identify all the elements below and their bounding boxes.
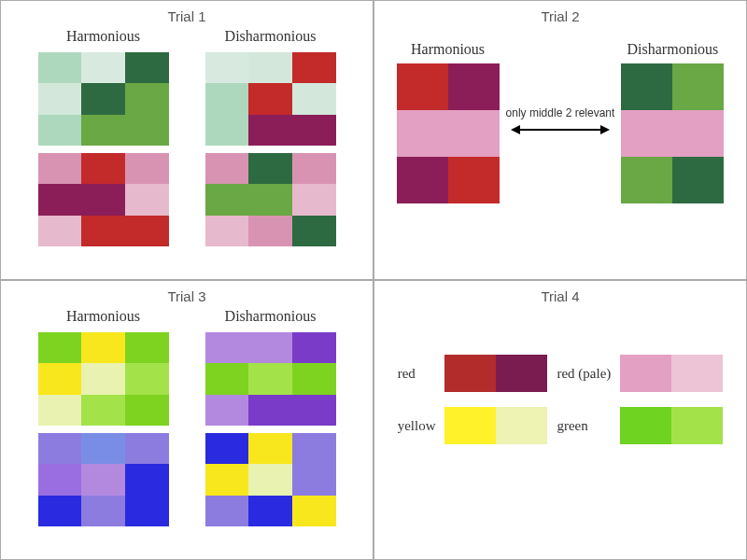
swatch-cell bbox=[292, 83, 336, 114]
trial-1-grid-top-d bbox=[205, 52, 336, 146]
swatch-cell bbox=[292, 332, 336, 363]
swatch-cell bbox=[620, 355, 671, 392]
swatch-cell bbox=[125, 83, 169, 114]
swatch-cell bbox=[292, 433, 336, 464]
trial-2-label-d: Disharmonious bbox=[621, 41, 724, 58]
trial-1-label-h: Harmonious bbox=[66, 28, 140, 45]
swatch-cell bbox=[125, 363, 169, 394]
swatch-cell bbox=[621, 110, 672, 157]
swatch-cell bbox=[205, 433, 249, 464]
trial-1-label-d: Disharmonious bbox=[225, 28, 317, 45]
swatch-cell bbox=[125, 332, 169, 363]
swatch-cell bbox=[81, 332, 125, 363]
swatch-cell bbox=[444, 407, 496, 444]
swatch-cell bbox=[125, 496, 169, 526]
swatch-cell bbox=[38, 433, 82, 464]
trial-3-grid-top-d bbox=[205, 332, 336, 426]
t4-pair-2 bbox=[444, 407, 547, 444]
swatch-cell bbox=[448, 63, 500, 110]
swatch-cell bbox=[205, 395, 249, 426]
swatch-cell bbox=[125, 52, 169, 83]
swatch-cell bbox=[38, 52, 82, 83]
swatch-cell bbox=[496, 407, 547, 444]
trial-1-content: Harmonious Disharmonious bbox=[1, 28, 373, 256]
swatch-cell bbox=[205, 52, 249, 83]
swatch-cell bbox=[496, 355, 547, 392]
swatch-cell bbox=[672, 63, 724, 110]
trial-3-grid-bot-d bbox=[205, 433, 336, 526]
swatch-cell bbox=[38, 395, 82, 426]
swatch-cell bbox=[81, 363, 125, 394]
swatch-cell bbox=[397, 110, 448, 157]
trial-2-title: Trial 2 bbox=[374, 8, 746, 24]
swatch-cell bbox=[248, 395, 292, 426]
trial-3-label-h: Harmonious bbox=[66, 308, 140, 325]
swatch-cell bbox=[397, 63, 448, 110]
swatch-cell bbox=[205, 83, 249, 114]
t4-label-0: red bbox=[398, 366, 436, 382]
t4-pair-3 bbox=[620, 407, 723, 444]
t4-label-3: green bbox=[557, 418, 611, 434]
swatch-cell bbox=[125, 433, 169, 464]
trial-3-label-d: Disharmonious bbox=[225, 308, 317, 325]
swatch-cell bbox=[248, 433, 292, 464]
swatch-cell bbox=[248, 363, 292, 394]
swatch-cell bbox=[205, 216, 249, 246]
trial-2-mid: only middle 2 relevant bbox=[506, 106, 615, 138]
trial-3-grid-top-h bbox=[38, 332, 169, 426]
swatch-cell bbox=[248, 332, 292, 363]
trial-4-panel: Trial 4 red red (pale) yellow green bbox=[374, 280, 747, 560]
swatch-cell bbox=[205, 332, 249, 363]
swatch-cell bbox=[205, 363, 249, 394]
swatch-cell bbox=[292, 395, 336, 426]
swatch-cell bbox=[81, 115, 125, 146]
svg-marker-2 bbox=[600, 125, 610, 134]
trial-3-title: Trial 3 bbox=[1, 288, 373, 304]
swatch-cell bbox=[81, 216, 125, 246]
swatch-cell bbox=[81, 83, 125, 114]
swatch-cell bbox=[125, 153, 169, 184]
swatch-cell bbox=[621, 157, 672, 203]
swatch-cell bbox=[248, 184, 292, 215]
trial-1-grid-top-h bbox=[38, 52, 169, 146]
swatch-cell bbox=[125, 216, 169, 246]
swatch-cell bbox=[292, 363, 336, 394]
swatch-cell bbox=[248, 496, 292, 526]
trial-2-col-d: Disharmonious bbox=[621, 41, 724, 203]
swatch-cell bbox=[248, 52, 292, 83]
trial-4-title: Trial 4 bbox=[374, 288, 746, 304]
double-arrow-icon bbox=[509, 121, 612, 138]
svg-marker-1 bbox=[511, 125, 520, 134]
swatch-cell bbox=[292, 184, 336, 215]
swatch-cell bbox=[292, 464, 336, 495]
trial-2-label-h: Harmonious bbox=[397, 41, 500, 58]
swatch-cell bbox=[125, 464, 169, 495]
t4-label-1: red (pale) bbox=[557, 366, 611, 382]
swatch-cell bbox=[292, 115, 336, 146]
swatch-cell bbox=[125, 115, 169, 146]
swatch-cell bbox=[248, 216, 292, 246]
swatch-cell bbox=[292, 216, 336, 246]
swatch-cell bbox=[81, 52, 125, 83]
trial-2-content: Harmonious only middle 2 relevant Dishar… bbox=[374, 28, 746, 213]
trial-3-content: Harmonious Disharmonious bbox=[1, 308, 373, 536]
trials-wrap: Trial 1 Harmonious Disharmonious Trial 2… bbox=[0, 0, 747, 560]
swatch-cell bbox=[125, 395, 169, 426]
trial-1-panel: Trial 1 Harmonious Disharmonious bbox=[0, 0, 374, 280]
trial-3-panel: Trial 3 Harmonious Disharmonious bbox=[0, 280, 374, 560]
swatch-cell bbox=[397, 157, 448, 203]
swatch-cell bbox=[671, 355, 723, 392]
swatch-cell bbox=[671, 407, 723, 444]
swatch-cell bbox=[205, 496, 249, 526]
swatch-cell bbox=[444, 355, 496, 392]
swatch-cell bbox=[205, 184, 249, 215]
swatch-cell bbox=[248, 153, 292, 184]
swatch-cell bbox=[81, 153, 125, 184]
swatch-cell bbox=[448, 157, 500, 203]
swatch-cell bbox=[81, 464, 125, 495]
swatch-cell bbox=[81, 395, 125, 426]
swatch-cell bbox=[620, 407, 671, 444]
swatch-cell bbox=[248, 464, 292, 495]
swatch-cell bbox=[38, 496, 82, 526]
swatch-cell bbox=[38, 184, 82, 215]
